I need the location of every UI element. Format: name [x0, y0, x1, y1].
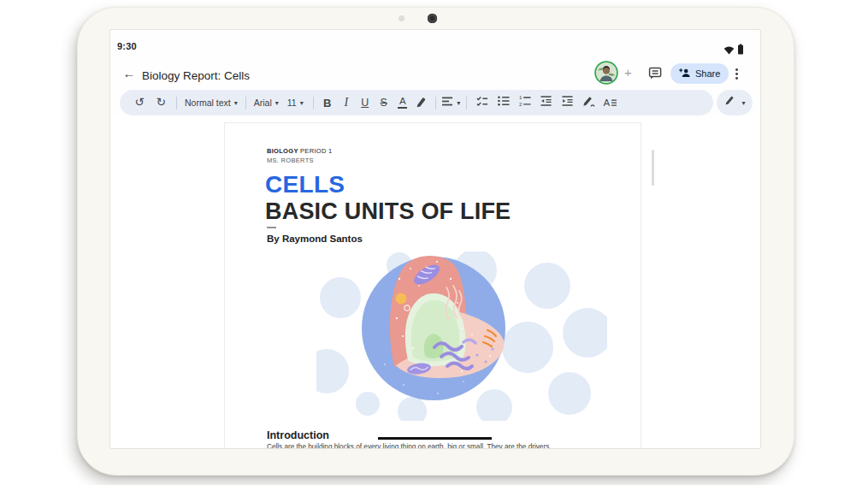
- back-button[interactable]: ←: [121, 65, 137, 80]
- tablet-device: 9:30 ← Biology Report: Cells +: [77, 7, 794, 476]
- share-button[interactable]: Share: [670, 63, 729, 84]
- increase-indent-button[interactable]: [557, 92, 578, 113]
- underline-icon: U: [361, 97, 369, 109]
- text-color-icon: A: [398, 97, 407, 109]
- pen-scribble-icon: [582, 95, 596, 111]
- decrease-indent-button[interactable]: [535, 92, 557, 113]
- font-options-icon: A: [603, 98, 617, 108]
- person-add-icon: [679, 68, 691, 80]
- toolbar-divider: [176, 97, 177, 109]
- numbered-list-icon: 12: [518, 95, 531, 110]
- font-size-value: 11: [287, 98, 297, 108]
- section-heading: Introduction: [267, 429, 329, 441]
- align-left-icon: [441, 95, 453, 110]
- bold-icon: B: [323, 97, 331, 109]
- chevron-down-icon: ▾: [300, 99, 304, 107]
- chevron-down-icon: ▾: [275, 99, 279, 107]
- svg-text:2: 2: [519, 102, 523, 107]
- bold-button[interactable]: B: [318, 92, 337, 113]
- checklist-button[interactable]: [471, 92, 493, 113]
- text-color-button[interactable]: A: [393, 92, 412, 113]
- redo-button[interactable]: ↻: [151, 92, 172, 113]
- toolbar-divider: [313, 97, 314, 109]
- back-arrow-icon: ←: [123, 66, 136, 80]
- document-page[interactable]: BIOLOGY PERIOD 1 MS. ROBERTS CELLS BASIC…: [224, 122, 641, 448]
- add-people-button[interactable]: +: [624, 65, 632, 80]
- toolbar-divider: [466, 97, 467, 109]
- doc-subheading: BASIC UNITS OF LIFE: [265, 198, 511, 225]
- undo-icon: ↺: [135, 97, 145, 109]
- bulleted-list-button[interactable]: [493, 92, 514, 113]
- italic-button[interactable]: I: [337, 92, 356, 113]
- overflow-menu-button[interactable]: [735, 68, 738, 80]
- byline-divider: [267, 227, 276, 228]
- redo-icon: ↻: [156, 97, 166, 109]
- pencil-icon: [723, 95, 735, 110]
- bulleted-list-icon: [497, 95, 510, 110]
- status-icons: [723, 43, 744, 58]
- doc-byline: By Raymond Santos: [267, 234, 363, 244]
- document-title[interactable]: Biology Report: Cells: [142, 69, 250, 82]
- align-dropdown[interactable]: ▾: [440, 92, 462, 113]
- chevron-down-icon: ▾: [234, 99, 238, 107]
- outdent-icon: [540, 95, 552, 110]
- svg-text:1: 1: [519, 95, 523, 100]
- light-sensor-dot: [399, 15, 404, 21]
- battery-icon: [737, 43, 744, 58]
- status-clock: 9:30: [117, 41, 137, 51]
- chevron-down-icon: ▾: [457, 99, 460, 107]
- avatar[interactable]: [596, 62, 617, 83]
- chevron-down-icon: ▾: [741, 99, 745, 107]
- doc-meta-line1: BIOLOGY PERIOD 1: [267, 147, 332, 155]
- font-value: Arial: [254, 98, 272, 108]
- highlight-color-button[interactable]: [412, 92, 431, 113]
- checklist-icon: [475, 95, 488, 110]
- comment-icon: [648, 68, 663, 82]
- undo-button[interactable]: ↺: [129, 92, 151, 113]
- share-label: Share: [695, 68, 720, 79]
- editing-mode-dropdown[interactable]: ▾: [717, 90, 753, 115]
- doc-meta-line2: MS. ROBERTS: [267, 157, 314, 164]
- body-paragraph: Cells are the building blocks of every l…: [267, 443, 617, 448]
- numbered-list-button[interactable]: 12: [514, 92, 535, 113]
- paragraph-style-value: Normal text: [185, 98, 231, 108]
- strikethrough-icon: S: [381, 97, 387, 109]
- plus-icon: +: [624, 65, 632, 80]
- toolbar-divider: [245, 97, 246, 109]
- font-dropdown[interactable]: Arial ▾: [251, 92, 282, 113]
- paragraph-style-dropdown[interactable]: Normal text ▾: [181, 92, 241, 113]
- wifi-icon: [723, 43, 735, 58]
- doc-heading-cells: CELLS: [265, 171, 345, 198]
- strikethrough-button[interactable]: S: [375, 92, 393, 113]
- front-camera-icon: [428, 14, 437, 23]
- font-options-button[interactable]: A: [599, 92, 621, 113]
- formatting-toolbar: ↺ ↻ Normal text ▾ Arial ▾ 11 ▾ B I U S A: [120, 90, 713, 115]
- italic-icon: I: [344, 96, 348, 109]
- typing-indicator-line: [378, 437, 492, 440]
- tablet-screen: 9:30 ← Biology Report: Cells +: [110, 30, 760, 448]
- cell-illustration-image[interactable]: [316, 251, 607, 421]
- underline-button[interactable]: U: [356, 92, 375, 113]
- scrollbar[interactable]: [652, 150, 654, 186]
- indent-icon: [561, 95, 574, 110]
- comment-button[interactable]: [648, 67, 663, 83]
- scribble-button[interactable]: [578, 92, 599, 113]
- docs-canvas: BIOLOGY PERIOD 1 MS. ROBERTS CELLS BASIC…: [110, 115, 760, 448]
- highlighter-icon: [415, 95, 428, 111]
- toolbar-divider: [435, 97, 436, 109]
- font-size-dropdown[interactable]: 11 ▾: [282, 92, 309, 113]
